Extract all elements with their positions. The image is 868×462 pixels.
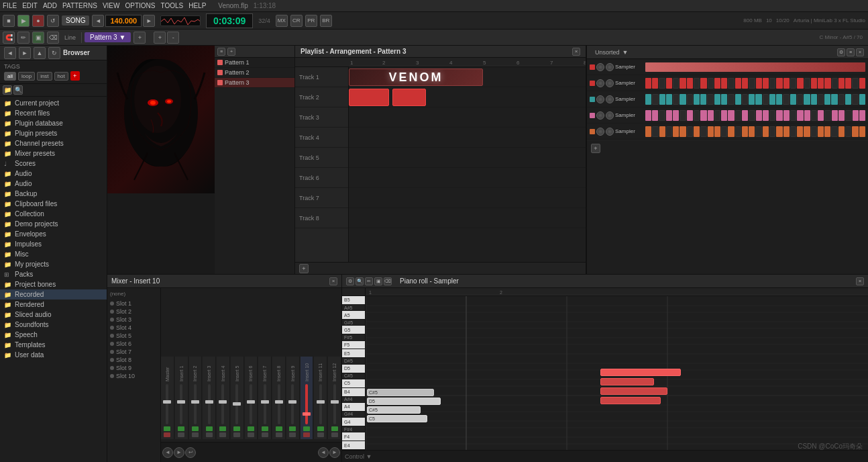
step-5-4[interactable] (666, 126, 672, 137)
magnet-button[interactable]: 🧲 (3, 32, 15, 44)
piano-roll-btn-3[interactable]: ✏ (365, 277, 373, 285)
step-3-6[interactable] (680, 94, 686, 105)
ch-fader-master[interactable] (166, 384, 168, 424)
menu-tools[interactable]: TOOLS (160, 2, 183, 9)
step-2-20[interactable] (776, 78, 782, 89)
browser-item-scores[interactable]: ♩ Scores (0, 158, 107, 169)
step-5-22[interactable] (790, 126, 796, 137)
ch-fader-11[interactable] (319, 384, 322, 424)
browser-item-audio1[interactable]: 📁 Audio (0, 169, 107, 179)
step-4-28[interactable] (832, 110, 838, 121)
track-row-1[interactable]: VENOM (349, 67, 586, 87)
add-pattern-btn[interactable]: + (227, 48, 235, 56)
piano-key-f4[interactable]: F4 (342, 432, 365, 441)
step-3-16[interactable] (749, 94, 755, 105)
step-5-11[interactable] (714, 126, 720, 137)
mixer-slot-10[interactable]: Slot 10 (110, 372, 158, 380)
step-3-11[interactable] (714, 94, 720, 105)
step-2-30[interactable] (845, 78, 851, 89)
ch-btn-green-6[interactable] (248, 426, 254, 431)
ch-fader-9[interactable] (291, 384, 294, 424)
track-content[interactable]: VENOM (349, 67, 586, 262)
channel-bar-1[interactable] (645, 62, 865, 72)
mixer-ctrl-btn-3[interactable]: ↩ (185, 447, 196, 458)
mixer-slot-9[interactable]: Slot 9 (110, 364, 158, 372)
step-2-3[interactable] (659, 78, 665, 89)
piano-key-b5[interactable]: B5 (342, 296, 365, 305)
piano-key-c5[interactable]: C5 (342, 379, 365, 388)
menu-patterns[interactable]: PATTERNS (62, 2, 97, 9)
channel-knob-vol-1[interactable] (596, 63, 604, 71)
ch-btn-mute-9[interactable] (289, 432, 296, 437)
step-3-25[interactable] (811, 94, 817, 105)
ch-fader-10[interactable] (305, 384, 308, 424)
browser-back[interactable]: ◄ (4, 47, 16, 59)
ch-btn-green-7[interactable] (262, 426, 268, 431)
mixer-slot-6[interactable]: Slot 6 (110, 340, 158, 348)
step-4-7[interactable] (687, 110, 693, 121)
step-5-8[interactable] (694, 126, 700, 137)
step-2-6[interactable] (680, 78, 686, 89)
step-5-21[interactable] (783, 126, 790, 137)
ch-btn-green-5[interactable] (233, 426, 240, 431)
track-block-2b[interactable] (392, 89, 426, 106)
menu-file[interactable]: FILE (3, 2, 17, 9)
track-row-3[interactable] (349, 107, 586, 128)
ch-fader-8[interactable] (278, 384, 280, 424)
piano-key-e4[interactable]: E4 (342, 441, 365, 450)
ch-btn-mute-4[interactable] (219, 432, 226, 437)
ch-fader-thumb-12[interactable] (331, 400, 339, 404)
step-2-32[interactable] (859, 78, 865, 89)
new-folder-btn[interactable]: 📁 (3, 85, 12, 95)
step-4-26[interactable] (818, 110, 824, 121)
channel-rack-btn[interactable]: CR (290, 15, 303, 27)
ch-btn-mute-8[interactable] (276, 432, 282, 437)
step-2-27[interactable] (824, 78, 830, 89)
step-4-24[interactable] (804, 110, 810, 121)
step-3-13[interactable] (728, 94, 734, 105)
browser-item-recent[interactable]: 📁 Recent files (0, 108, 107, 118)
browser-item-channel-presets[interactable]: 📁 Channel presets (0, 138, 107, 148)
step-3-32[interactable] (859, 94, 865, 105)
step-2-25[interactable] (811, 78, 817, 89)
step-5-7[interactable] (687, 126, 693, 137)
browser-item-current-project[interactable]: 📁 Current project (0, 98, 107, 108)
piano-roll-btn-1[interactable]: ⚙ (346, 277, 354, 285)
step-5-29[interactable] (838, 126, 845, 137)
menu-add[interactable]: ADD (43, 2, 57, 9)
step-2-22[interactable] (790, 78, 796, 89)
piano-key-e5[interactable]: E5 (342, 349, 365, 358)
piano-key-as5[interactable]: A#5 (342, 305, 365, 311)
piano-key-gs4[interactable]: G#4 (342, 412, 365, 418)
piano-key-a4[interactable]: A4 (342, 403, 365, 412)
zoom-in-btn[interactable]: + (154, 32, 166, 44)
browser-item-clipboard[interactable]: 📁 Clipboard files (0, 199, 107, 209)
step-3-26[interactable] (818, 94, 824, 105)
piano-roll-btn[interactable]: PR (305, 15, 317, 27)
note-ds5-r[interactable] (600, 369, 681, 376)
browser-item-user-data[interactable]: 📁 User data (0, 350, 107, 360)
step-5-31[interactable] (852, 126, 858, 137)
channel-rack-settings-btn[interactable]: ⚙ (837, 48, 845, 56)
ch-fader-7[interactable] (264, 384, 266, 424)
step-3-4[interactable] (666, 94, 672, 105)
ch-btn-mute-7[interactable] (262, 432, 268, 437)
step-2-16[interactable] (749, 78, 755, 89)
step-4-3[interactable] (659, 110, 665, 121)
step-2-29[interactable] (838, 78, 845, 89)
mixer-slot-2[interactable]: Slot 2 (110, 308, 158, 316)
menu-view[interactable]: VIEW (103, 2, 120, 9)
step-2-14[interactable] (735, 78, 741, 89)
channel-knob-vol-5[interactable] (596, 128, 604, 136)
tempo-up[interactable]: ► (143, 15, 155, 27)
erase-button[interactable]: ⌫ (47, 32, 59, 44)
channel-rack-pattern-btn[interactable]: ≡ (847, 48, 855, 56)
piano-roll-btn-4[interactable]: ▣ (374, 277, 382, 285)
ch-btn-green-12[interactable] (331, 426, 338, 431)
ch-fader-5[interactable] (235, 384, 238, 424)
channel-knob-vol-4[interactable] (596, 111, 604, 120)
tag-inst[interactable]: inst (37, 72, 52, 81)
browser-item-impulses[interactable]: 📁 Impulses (0, 239, 107, 249)
track-block-2a[interactable] (349, 89, 389, 106)
note-d5-r1[interactable] (600, 378, 654, 385)
